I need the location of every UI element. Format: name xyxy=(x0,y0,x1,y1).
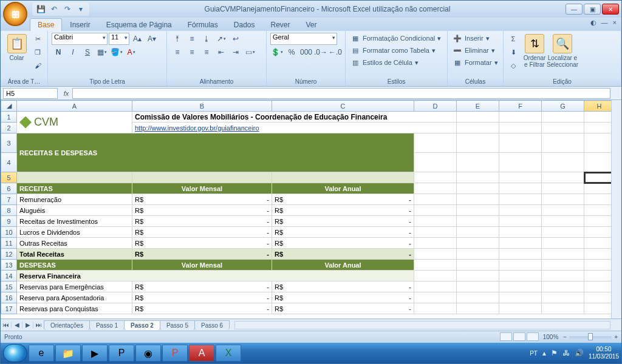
workbook-close-icon[interactable]: × xyxy=(613,19,617,27)
taskbar-media-icon[interactable]: ▶ xyxy=(82,345,108,362)
tab-nav-last[interactable]: ⏭ xyxy=(33,322,44,328)
align-left-icon[interactable]: ≡ xyxy=(171,46,184,58)
percent-icon[interactable]: % xyxy=(285,46,298,58)
investidor-link[interactable]: http://www.investidor.gov.br/guiafinance… xyxy=(135,124,259,132)
paste-button[interactable]: 📋 Colar xyxy=(4,33,29,62)
select-all-corner[interactable]: ◢ xyxy=(1,101,17,112)
sheet-tab[interactable]: Orientações xyxy=(44,320,90,330)
sheet-tab[interactable]: Passo 6 xyxy=(194,320,230,330)
taskbar-explorer-icon[interactable]: 📁 xyxy=(55,345,81,362)
tab-esquema[interactable]: Esquema de Página xyxy=(98,18,180,31)
grow-font-icon[interactable]: A▴ xyxy=(131,33,144,45)
redo-icon[interactable]: ↷ xyxy=(63,4,72,14)
format-as-table-button[interactable]: ▤Formatar como Tabela ▾ xyxy=(349,45,437,56)
row-header[interactable]: 16 xyxy=(1,292,17,303)
row-header[interactable]: 7 xyxy=(1,194,17,205)
row-header[interactable]: 14 xyxy=(1,271,17,281)
number-format-combo[interactable]: Geral xyxy=(270,33,337,45)
clear-icon[interactable]: ◇ xyxy=(507,59,519,72)
col-header[interactable]: E xyxy=(457,101,499,112)
taskbar-excel-icon[interactable]: X xyxy=(216,345,241,362)
align-center-icon[interactable]: ≡ xyxy=(185,46,199,58)
row-header[interactable]: 4 xyxy=(1,153,17,172)
autosum-icon[interactable]: Σ xyxy=(507,33,519,45)
row-header[interactable]: 10 xyxy=(1,227,17,238)
sheet-tab[interactable]: Passo 1 xyxy=(89,320,125,330)
font-size-combo[interactable]: 11 xyxy=(109,33,129,45)
tab-inserir[interactable]: Inserir xyxy=(62,18,98,31)
taskbar-chrome-icon[interactable]: ◉ xyxy=(135,345,161,362)
formula-input[interactable] xyxy=(72,88,610,99)
shrink-font-icon[interactable]: A▾ xyxy=(145,33,159,45)
row-header[interactable]: 17 xyxy=(1,303,17,314)
row-header[interactable]: 13 xyxy=(1,260,17,271)
tab-base[interactable]: Base xyxy=(30,18,62,31)
undo-icon[interactable]: ↶ xyxy=(49,4,59,14)
maximize-button[interactable]: ▣ xyxy=(584,4,601,15)
taskbar-pdf-icon[interactable]: A xyxy=(189,345,214,362)
fill-color-button[interactable]: 🪣 xyxy=(110,46,123,58)
decrease-decimal-icon[interactable]: ←.0 xyxy=(329,46,342,58)
row-header[interactable]: 11 xyxy=(1,238,17,249)
align-middle-icon[interactable]: ≡ xyxy=(185,33,199,45)
row-header[interactable]: 12 xyxy=(1,249,17,260)
tray-volume-icon[interactable]: 🔊 xyxy=(575,349,584,357)
find-select-button[interactable]: 🔍 Localizar e Seleccionar xyxy=(550,33,575,69)
zoom-slider[interactable]: − + xyxy=(563,334,618,340)
view-buttons[interactable] xyxy=(499,332,539,342)
tab-dados[interactable]: Dados xyxy=(226,18,263,31)
align-top-icon[interactable]: ⭱ xyxy=(171,33,184,45)
delete-cells-button[interactable]: ➖Eliminar ▾ xyxy=(451,45,496,56)
row-header[interactable]: 8 xyxy=(1,205,17,216)
worksheet-grid[interactable]: ◢ A B C D E F G H 1 CVM Comissão de Valo… xyxy=(1,100,611,318)
tab-nav-next[interactable]: ▶ xyxy=(22,322,33,328)
insert-cells-button[interactable]: ➕Inserir ▾ xyxy=(451,33,491,44)
horizontal-scrollbar[interactable] xyxy=(234,321,610,329)
merge-button[interactable]: ▭ xyxy=(244,46,257,58)
wrap-text-button[interactable]: ↩ xyxy=(229,33,242,45)
taskbar-powerpoint-icon[interactable]: P xyxy=(162,345,188,362)
sheet-tab[interactable]: Passo 5 xyxy=(160,320,195,330)
col-header[interactable]: D xyxy=(414,101,457,112)
tray-network-icon[interactable]: 🖧 xyxy=(562,349,570,357)
taskbar-ppt-icon[interactable]: P xyxy=(109,345,134,362)
row-header[interactable]: 2 xyxy=(1,123,17,133)
minimize-button[interactable]: — xyxy=(566,4,583,15)
align-bottom-icon[interactable]: ⭳ xyxy=(200,33,213,45)
tray-clock[interactable]: 00:50 11/03/2015 xyxy=(589,346,619,360)
border-button[interactable]: ▦ xyxy=(95,46,109,58)
tab-formulas[interactable]: Fórmulas xyxy=(180,18,226,31)
col-header[interactable]: C xyxy=(272,101,414,112)
format-painter-icon[interactable]: 🖌 xyxy=(32,59,44,72)
close-button[interactable]: ✕ xyxy=(602,4,619,15)
cell-styles-button[interactable]: ▥Estilos de Célula ▾ xyxy=(349,57,420,68)
col-header[interactable]: F xyxy=(499,101,542,112)
italic-button[interactable]: I xyxy=(66,46,80,58)
increase-indent-icon[interactable]: ⇥ xyxy=(229,46,242,58)
comma-icon[interactable]: 000 xyxy=(299,46,313,58)
increase-decimal-icon[interactable]: .0→ xyxy=(314,46,327,58)
tab-nav-first[interactable]: ⏮ xyxy=(1,322,12,328)
name-box[interactable] xyxy=(3,88,58,99)
sheet-tab[interactable]: Passo 2 xyxy=(124,320,160,330)
tray-chevron-icon[interactable]: ▴ xyxy=(542,349,546,357)
row-header[interactable]: 15 xyxy=(1,281,17,292)
zoom-in-icon[interactable]: + xyxy=(614,334,618,340)
office-button[interactable]: ⊞ xyxy=(3,2,27,26)
tray-flag-icon[interactable]: ⚑ xyxy=(551,349,558,357)
format-cells-button[interactable]: ▦Formatar ▾ xyxy=(451,57,499,68)
bold-button[interactable]: N xyxy=(52,46,65,58)
col-header[interactable]: A xyxy=(17,101,132,112)
sort-filter-button[interactable]: ⇅ Ordenar e Filtrar xyxy=(522,33,547,69)
taskbar-ie-icon[interactable]: e xyxy=(29,345,54,362)
tab-nav-prev[interactable]: ◀ xyxy=(12,322,22,328)
tab-ver[interactable]: Ver xyxy=(298,18,325,31)
active-cell[interactable] xyxy=(584,172,612,183)
help-icon[interactable]: ◐ xyxy=(590,19,596,27)
vertical-scrollbar[interactable] xyxy=(611,100,621,318)
qat-customize-icon[interactable]: ▾ xyxy=(76,4,86,14)
font-color-button[interactable]: A xyxy=(125,46,138,58)
row-header[interactable]: 9 xyxy=(1,216,17,227)
conditional-formatting-button[interactable]: ▦Formatação Condicional ▾ xyxy=(349,33,442,44)
row-header[interactable]: 6 xyxy=(1,183,17,194)
